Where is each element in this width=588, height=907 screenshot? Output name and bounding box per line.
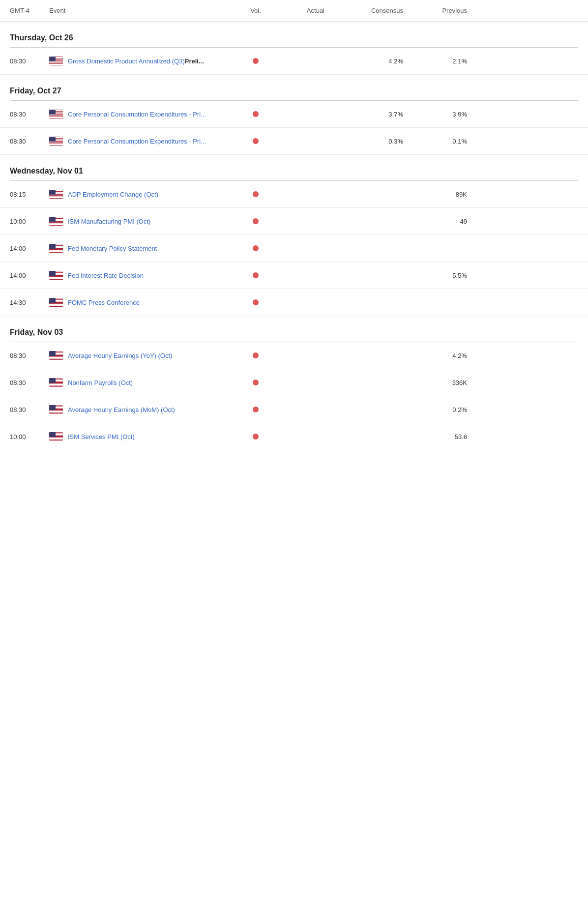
event-row: 08:15ADP Employment Change (Oct)89K — [0, 181, 588, 208]
event-previous: 5.5% — [413, 272, 472, 279]
event-time: 14:30 — [10, 299, 49, 306]
vol-column-label: Vol. — [236, 7, 275, 14]
event-previous: 3.9% — [413, 111, 472, 118]
event-previous: 0.2% — [413, 406, 472, 413]
event-row: 10:00ISM Services PMI (Oct)53.6 — [0, 423, 588, 450]
event-flag-name: ADP Employment Change (Oct) — [49, 190, 236, 199]
event-vol — [236, 218, 275, 224]
us-flag-icon — [49, 378, 63, 387]
event-row: 08:30Average Hourly Earnings (YoY) (Oct)… — [0, 342, 588, 369]
high-impact-dot — [253, 434, 259, 439]
event-flag-name: Gross Domestic Product Annualized (Q3)Pr… — [49, 57, 236, 65]
event-name-link[interactable]: Average Hourly Earnings (MoM) (Oct) — [68, 406, 175, 413]
event-flag-name: Average Hourly Earnings (YoY) (Oct) — [49, 351, 236, 360]
header-row: GMT-4 Event Vol. Actual Consensus Previo… — [0, 0, 588, 22]
event-vol — [236, 58, 275, 64]
event-time: 14:00 — [10, 245, 49, 252]
event-flag-name: Average Hourly Earnings (MoM) (Oct) — [49, 405, 236, 414]
event-name-link[interactable]: Average Hourly Earnings (YoY) (Oct) — [68, 352, 172, 359]
high-impact-dot — [253, 272, 259, 278]
event-vol — [236, 245, 275, 251]
section-date-2: Wednesday, Nov 01 — [0, 155, 588, 180]
event-row: 14:30FOMC Press Conference — [0, 289, 588, 316]
event-time: 08:15 — [10, 191, 49, 198]
event-flag-name: ISM Services PMI (Oct) — [49, 432, 236, 441]
event-flag-name: FOMC Press Conference — [49, 298, 236, 307]
event-previous: 0.1% — [413, 138, 472, 145]
event-vol — [236, 111, 275, 117]
event-name-link[interactable]: ISM Manufacturing PMI (Oct) — [68, 218, 150, 225]
event-time: 08:30 — [10, 58, 49, 65]
high-impact-dot — [253, 191, 259, 197]
event-time: 08:30 — [10, 379, 49, 386]
event-vol — [236, 299, 275, 305]
calendar-content: Thursday, Oct 2608:30Gross Domestic Prod… — [0, 22, 588, 450]
event-vol — [236, 380, 275, 385]
event-row: 08:30Average Hourly Earnings (MoM) (Oct)… — [0, 396, 588, 423]
high-impact-dot — [253, 58, 259, 64]
us-flag-icon — [49, 217, 63, 226]
high-impact-dot — [253, 138, 259, 144]
high-impact-dot — [253, 407, 259, 412]
high-impact-dot — [253, 111, 259, 117]
event-name-link[interactable]: Gross Domestic Product Annualized (Q3)Pr… — [68, 58, 204, 65]
event-column-label: Event — [49, 7, 236, 14]
us-flag-icon — [49, 432, 63, 441]
event-previous: 89K — [413, 191, 472, 198]
high-impact-dot — [253, 352, 259, 358]
us-flag-icon — [49, 298, 63, 307]
high-impact-dot — [253, 218, 259, 224]
event-flag-name: Core Personal Consumption Expenditures -… — [49, 137, 236, 146]
event-vol — [236, 352, 275, 358]
event-name-link[interactable]: ISM Services PMI (Oct) — [68, 433, 135, 440]
us-flag-icon — [49, 110, 63, 118]
event-vol — [236, 138, 275, 144]
us-flag-icon — [49, 57, 63, 65]
event-row: 10:00ISM Manufacturing PMI (Oct)49 — [0, 208, 588, 235]
consensus-column-label: Consensus — [334, 7, 413, 14]
event-flag-name: ISM Manufacturing PMI (Oct) — [49, 217, 236, 226]
event-vol — [236, 272, 275, 278]
event-name-link[interactable]: Fed Monetary Policy Statement — [68, 245, 157, 252]
event-name-link[interactable]: ADP Employment Change (Oct) — [68, 191, 158, 198]
event-time: 10:00 — [10, 218, 49, 225]
event-time: 10:00 — [10, 433, 49, 440]
us-flag-icon — [49, 351, 63, 360]
high-impact-dot — [253, 245, 259, 251]
event-vol — [236, 191, 275, 197]
actual-column-label: Actual — [275, 7, 334, 14]
us-flag-icon — [49, 137, 63, 146]
event-time: 08:30 — [10, 138, 49, 145]
event-time: 08:30 — [10, 352, 49, 359]
us-flag-icon — [49, 405, 63, 414]
event-name-link[interactable]: Core Personal Consumption Expenditures -… — [68, 111, 206, 118]
event-row: 14:00Fed Interest Rate Decision5.5% — [0, 262, 588, 289]
event-previous: 2.1% — [413, 58, 472, 65]
section-date-0: Thursday, Oct 26 — [0, 22, 588, 47]
event-previous: 49 — [413, 218, 472, 225]
event-previous: 53.6 — [413, 433, 472, 440]
event-time: 08:30 — [10, 111, 49, 118]
us-flag-icon — [49, 271, 63, 280]
event-row: 08:30Core Personal Consumption Expenditu… — [0, 128, 588, 155]
event-time: 14:00 — [10, 272, 49, 279]
event-name-link[interactable]: FOMC Press Conference — [68, 299, 140, 306]
high-impact-dot — [253, 299, 259, 305]
us-flag-icon — [49, 244, 63, 253]
event-row: 08:30Nonfarm Payrolls (Oct)336K — [0, 369, 588, 396]
event-vol — [236, 407, 275, 412]
event-flag-name: Core Personal Consumption Expenditures -… — [49, 110, 236, 118]
event-name-link[interactable]: Fed Interest Rate Decision — [68, 272, 144, 279]
event-name-link[interactable]: Nonfarm Payrolls (Oct) — [68, 379, 133, 386]
event-flag-name: Fed Interest Rate Decision — [49, 271, 236, 280]
us-flag-icon — [49, 190, 63, 199]
timezone-label: GMT-4 — [10, 7, 49, 14]
event-consensus: 3.7% — [334, 111, 413, 118]
event-flag-name: Nonfarm Payrolls (Oct) — [49, 378, 236, 387]
event-vol — [236, 434, 275, 439]
event-name-link[interactable]: Core Personal Consumption Expenditures -… — [68, 138, 206, 145]
event-previous: 336K — [413, 379, 472, 386]
high-impact-dot — [253, 380, 259, 385]
event-row: 14:00Fed Monetary Policy Statement — [0, 235, 588, 262]
event-consensus: 4.2% — [334, 58, 413, 65]
